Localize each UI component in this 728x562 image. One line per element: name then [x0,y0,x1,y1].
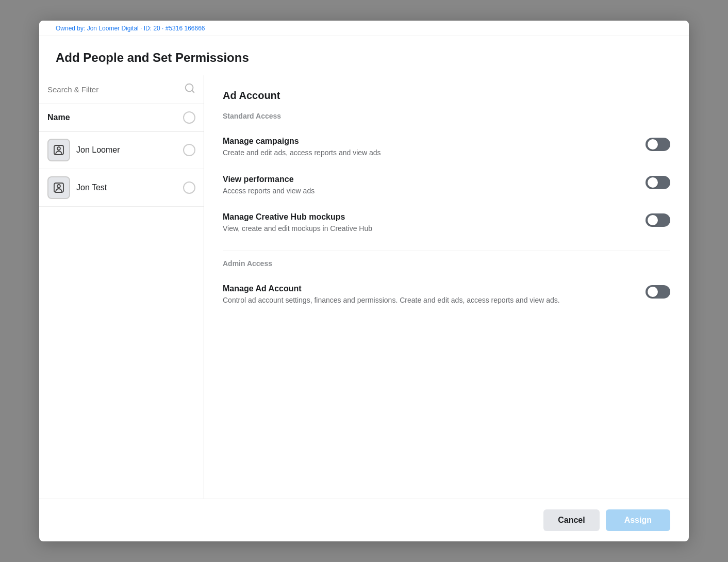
permission-name-manage-creative-hub: Manage Creative Hub mockups [223,212,629,222]
svg-line-1 [192,90,194,92]
modal-body: Name Jon Loomer [39,75,689,499]
toggle-manage-ad-account[interactable] [646,285,670,299]
person-name-jon-test: Jon Test [76,183,177,192]
toggle-manage-ad-account-wrapper [646,285,670,299]
toggle-manage-campaigns-wrapper [646,138,670,151]
permission-desc-manage-campaigns: Create and edit ads, access reports and … [223,148,629,158]
search-icon [184,82,195,96]
permission-name-manage-ad-account: Manage Ad Account [223,284,629,293]
permission-name-manage-campaigns: Manage campaigns [223,137,629,146]
modal-header: Add People and Set Permissions [39,36,689,75]
modal-overlay: Owned by: Jon Loomer Digital · ID: 20 · … [0,0,728,562]
permission-name-view-performance: View performance [223,175,629,184]
person-list: Jon Loomer Jon Test [39,131,204,499]
toggle-manage-creative-hub[interactable] [646,213,670,227]
right-panel: Ad Account Standard Access Manage campai… [204,75,689,499]
permission-manage-creative-hub: Manage Creative Hub mockups View, create… [223,204,670,242]
top-bar-text: Owned by: Jon Loomer Digital · ID: 20 · … [56,25,205,32]
svg-point-5 [57,185,60,188]
person-name-jon-loomer: Jon Loomer [76,145,177,155]
toggle-manage-creative-hub-wrapper [646,213,670,227]
modal-footer: Cancel Assign [39,499,689,541]
assign-button[interactable]: Assign [606,509,670,531]
toggle-view-performance[interactable] [646,176,670,189]
cancel-button[interactable]: Cancel [543,509,599,531]
modal-title: Add People and Set Permissions [56,51,672,65]
admin-access-divider [223,251,670,251]
name-column-label: Name [47,113,70,122]
permission-desc-manage-ad-account: Control ad account settings, finances an… [223,295,629,306]
avatar-jon-test [47,176,70,199]
search-input[interactable] [47,85,180,94]
svg-point-3 [57,147,60,150]
name-column-header: Name [39,104,204,131]
modal-dialog: Owned by: Jon Loomer Digital · ID: 20 · … [39,21,689,541]
ad-account-title: Ad Account [223,90,670,102]
toggle-manage-campaigns[interactable] [646,138,670,151]
permission-view-performance: View performance Access reports and view… [223,167,670,205]
standard-access-header: Standard Access [223,112,670,120]
person-item-jon-test[interactable]: Jon Test [39,169,204,207]
person-item-jon-loomer[interactable]: Jon Loomer [39,131,204,169]
permission-desc-view-performance: Access reports and view ads [223,186,629,196]
permission-manage-campaigns: Manage campaigns Create and edit ads, ac… [223,128,670,167]
permission-manage-ad-account: Manage Ad Account Control ad account set… [223,276,670,314]
top-bar: Owned by: Jon Loomer Digital · ID: 20 · … [39,21,689,36]
select-all-radio[interactable] [183,111,195,124]
search-bar[interactable] [39,75,204,104]
permission-desc-manage-creative-hub: View, create and edit mockups in Creativ… [223,224,629,234]
person-radio-jon-loomer[interactable] [183,144,195,156]
person-radio-jon-test[interactable] [183,181,195,194]
toggle-view-performance-wrapper [646,176,670,189]
admin-access-header: Admin Access [223,259,670,268]
avatar-jon-loomer [47,139,70,161]
left-panel: Name Jon Loomer [39,75,204,499]
